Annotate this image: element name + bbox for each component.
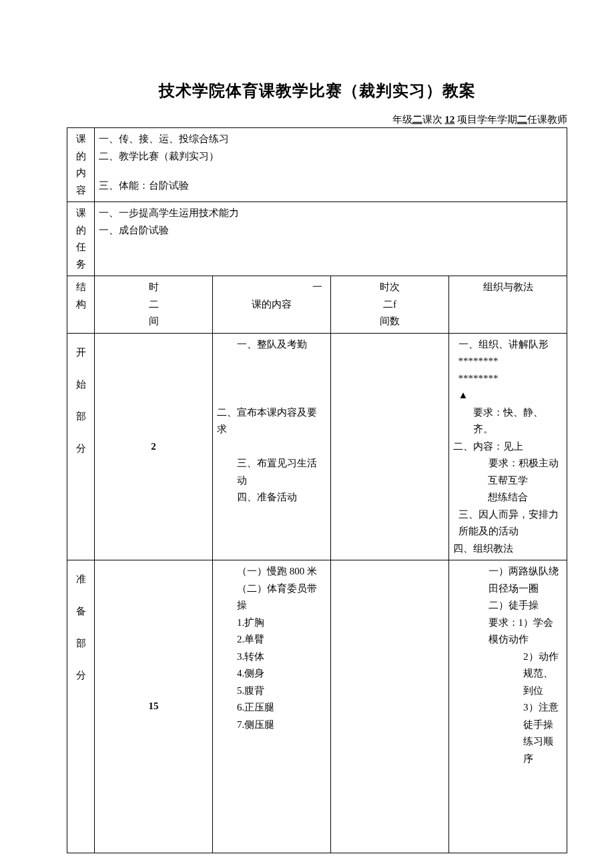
cc-line2: 二、教学比赛（裁判实习） [99,151,219,161]
ct-line2: 一、成台阶试验 [99,225,169,236]
grade-label: 年级 [392,114,412,125]
pc-l5: 3.转体 [217,648,326,666]
prep-time: 15 [95,560,213,853]
course-content-cell-2: 三、体能：台阶试验 [95,175,567,201]
lesson-plan-table: 课的内容 一、传、接、运、投综合练习 二、教学比赛（裁判实习） 三、体能：台阶试… [67,127,567,853]
pc-l9: 7.侧压腿 [217,717,326,734]
sm-l1: 一、组织、讲解队形 [453,336,563,354]
pc-l2: （二）体育委员带操 [217,580,326,614]
sm-l2: ******** [453,353,563,370]
pm-l3: 要求：1）学会模仿动作 [453,614,563,648]
prep-content: （一）慢跑 800 米 （二）体育委员带操 1.扩胸 2.单臂 3.转体 4.侧… [213,560,331,853]
teacher-label: 任课教师 [527,114,567,125]
sc-l4: 四、准备活动 [217,489,326,506]
lesson-plan-page: 技术学院体育课教学比赛（裁判实习）教案 年级二课次 12 项目学年学期二任课教师… [0,0,614,868]
course-content-label: 课的内容 [67,128,95,202]
meta-line: 年级二课次 12 项目学年学期二任课教师 [67,113,567,126]
pc-l1: （一）慢跑 800 米 [217,563,326,580]
hdr-content: 一 课的内容 [213,276,331,334]
sm-l5: 要求：快、静、齐。 [453,404,563,438]
sc-l1: 一、整队及考勤 [217,336,326,354]
prep-method: 一）两路纵队绕田径场一圈 二）徒手操 要求：1）学会模仿动作 2）动作规范、到位… [449,560,567,853]
page-title: 技术学院体育课教学比赛（裁判实习）教案 [67,80,567,101]
pc-l3: 1.扩胸 [217,614,326,632]
sm-l3: ******** [453,370,563,388]
prep-section-label: 准备部分 [67,560,95,853]
lesson-value: 12 [444,114,454,125]
ct-line1: 一、一步提高学生运用技术能力 [99,207,239,218]
sm-l9: 想练结合 [453,489,563,506]
pc-l6: 4.侧身 [217,665,326,683]
pm-l2: 二）徒手操 [453,597,563,614]
sm-l11: 四、组织教法 [453,543,513,554]
course-task-cell: 一、一步提高学生运用技术能力 一、成台阶试验 [95,202,567,276]
sm-l6: 二、内容：见上 [453,441,523,452]
pm-l4: 2）动作规范、到位 [453,648,563,700]
sm-l7: 要求：积极主动 [453,455,563,472]
sc-l3: 三、布置见习生活动 [217,455,326,489]
cc-line3: 三、体能：台阶试验 [99,180,189,191]
hdr-structure: 结构 [67,276,95,334]
course-content-cell-1: 一、传、接、运、投综合练习 二、教学比赛（裁判实习） [95,128,567,175]
start-method: 一、组织、讲解队形 ******** ******** ▲ 要求：快、静、齐。 … [449,333,567,560]
start-section-label: 开始部分 [67,333,95,560]
start-content: 一、整队及考勤 二、宣布本课内容及要求 三、布置见习生活动 四、准备活动 [213,333,331,560]
pc-l4: 2.单臂 [217,631,326,648]
pc-l8: 6.正压腿 [217,699,326,717]
course-task-label: 课的任务 [67,202,95,276]
start-tc [331,333,449,560]
hdr-time-count: 时次二f间数 [331,276,449,334]
pm-l1: 一）两路纵队绕田径场一圈 [453,563,563,597]
hdr-time: 时二间 [95,276,213,334]
sm-l4: ▲ [453,387,563,404]
grade-value: 二 [412,114,422,125]
prep-tc [331,560,449,853]
sm-l10: 三、因人而异，安排力所能及的活动 [453,506,563,540]
hdr-method: 组织与教法 [449,276,567,334]
pm-l5: 3）注意徒手操练习顺序 [453,699,563,767]
project-label: 项目学年学期 [457,114,517,125]
sm-l8: 互帮互学 [453,472,563,490]
pc-l7: 5.腹背 [217,683,326,700]
cc-line1: 一、传、接、运、投综合练习 [99,133,229,144]
start-time: 2 [95,333,213,560]
lesson-label: 课次 [422,114,442,125]
project-value: 二 [517,114,527,125]
sc-l2: 二、宣布本课内容及要求 [217,407,317,435]
